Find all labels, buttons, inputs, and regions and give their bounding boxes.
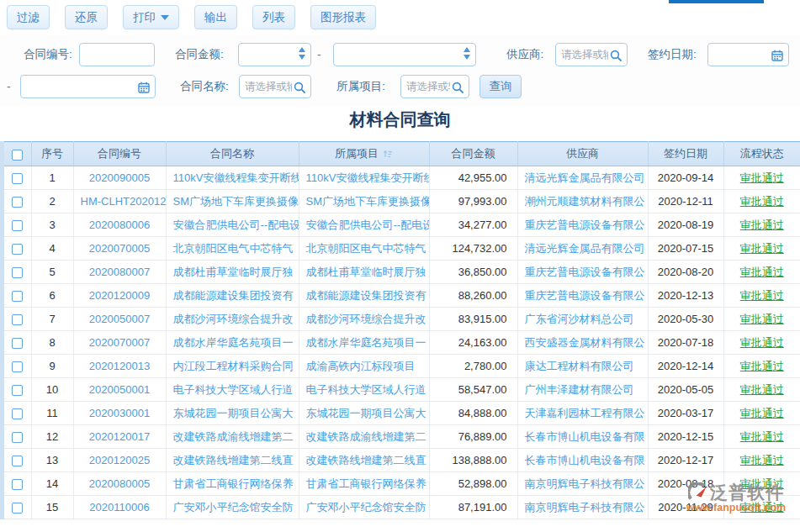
table-row[interactable]: 1 2020090005 110kV安徽线程集变开断线 110kV安徽线程集变开… xyxy=(4,166,800,190)
status-badge[interactable]: 审批通过 xyxy=(740,195,784,208)
table-row[interactable]: 6 2020120009 成都能源建设集团投资有 成都能源建设集团投资有 88,… xyxy=(4,284,800,308)
table-row[interactable]: 11 2020030001 东城花园一期项目公寓大 东城花园一期项目公寓大 84… xyxy=(4,402,800,425)
supplier-link[interactable]: 重庆艺普电源设备有限公 xyxy=(517,261,648,284)
status-badge[interactable]: 审批通过 xyxy=(740,383,784,396)
project-link[interactable]: 改建铁路成渝线增建第二 xyxy=(299,425,429,449)
supplier-link[interactable]: 长春市博山机电设备有限 xyxy=(517,425,648,449)
status-badge[interactable]: 审批通过 xyxy=(740,407,784,419)
table-row[interactable]: 4 2020070005 北京朝阳区电气中芯特气 北京朝阳区电气中芯特气 124… xyxy=(4,237,800,261)
contract-no-link[interactable]: 2020030001 xyxy=(73,402,166,425)
row-checkbox[interactable] xyxy=(12,267,23,278)
supplier-link[interactable]: 清远光辉金属品有限公司 xyxy=(517,166,648,190)
contract-name-link[interactable]: 改建铁路成渝线增建第二 xyxy=(166,425,299,449)
contract-no-link[interactable]: 2020080005 xyxy=(73,472,166,496)
calendar-icon[interactable] xyxy=(771,49,784,62)
table-row[interactable]: 5 2020080007 成都杜甫草堂临时展厅独 成都杜甫草堂临时展厅独 36,… xyxy=(4,261,800,284)
row-checkbox[interactable] xyxy=(12,338,23,349)
contract-name-link[interactable]: 内江段工程材料采购合同 xyxy=(166,355,299,378)
amount-min-stepper[interactable] xyxy=(299,47,305,60)
amount-max-stepper[interactable] xyxy=(464,47,470,60)
search-icon[interactable] xyxy=(609,49,623,62)
row-checkbox[interactable] xyxy=(12,479,23,490)
search-icon[interactable] xyxy=(451,81,464,94)
project-link[interactable]: 东城花园一期项目公寓大 xyxy=(299,402,429,425)
row-checkbox[interactable] xyxy=(12,503,23,514)
row-checkbox[interactable] xyxy=(12,385,23,396)
contract-no-link[interactable]: 2020080006 xyxy=(73,213,166,237)
table-row[interactable]: 8 2020070007 成都水岸华庭名苑项目一 成都水岸华庭名苑项目一 24,… xyxy=(4,331,800,355)
status-badge[interactable]: 审批通过 xyxy=(740,289,784,302)
header-contract-no[interactable]: 合同编号 xyxy=(73,142,166,166)
select-all-checkbox[interactable] xyxy=(12,150,23,161)
header-sign-date[interactable]: 签约日期 xyxy=(648,142,723,166)
supplier-link[interactable]: 清远光辉金属品有限公司 xyxy=(517,237,648,261)
header-project[interactable]: 所属项目 xyxy=(299,142,429,166)
contract-no-link[interactable]: 2020070005 xyxy=(73,237,166,261)
contract-no-input[interactable] xyxy=(80,44,154,66)
export-button[interactable]: 输出 xyxy=(194,5,237,29)
project-link[interactable]: 改建铁路线增建第二线直 xyxy=(299,449,429,472)
contract-name-link[interactable]: 广安邓小平纪念馆安全防 xyxy=(166,496,299,519)
contract-name-link[interactable]: 110kV安徽线程集变开断线 xyxy=(166,166,299,190)
row-checkbox[interactable] xyxy=(12,456,23,466)
supplier-link[interactable]: 南京明辉电子科技有限公 xyxy=(517,472,648,496)
project-link[interactable]: 甘肃省工商银行网络保养 xyxy=(299,472,429,496)
project-link[interactable]: 成都杜甫草堂临时展厅独 xyxy=(299,261,429,284)
supplier-link[interactable]: 重庆艺普电源设备有限公 xyxy=(517,284,648,308)
status-badge[interactable]: 审批通过 xyxy=(740,336,784,349)
contract-no-link[interactable]: 2020070007 xyxy=(73,331,166,355)
status-badge[interactable]: 审批通过 xyxy=(740,266,784,278)
contract-no-link[interactable]: 2020120013 xyxy=(73,355,166,378)
contract-name-link[interactable]: 电子科技大学区域人行道 xyxy=(166,378,299,402)
supplier-link[interactable]: 潮州元顺建筑材料有限公 xyxy=(517,190,648,213)
project-link[interactable]: 成都能源建设集团投资有 xyxy=(299,284,429,308)
table-row[interactable]: 2 HM-CLHT202012 SM广场地下车库更换摄像 SM广场地下车库更换摄… xyxy=(4,190,800,213)
supplier-link[interactable]: 康达工程材料有限公司 xyxy=(517,355,648,378)
project-link[interactable]: 广安邓小平纪念馆安全防 xyxy=(299,496,429,519)
contract-no-link[interactable]: 2020110006 xyxy=(73,496,166,519)
contract-no-link[interactable]: 2020120017 xyxy=(73,425,166,449)
contract-no-link[interactable]: 2020080007 xyxy=(73,261,166,284)
search-icon[interactable] xyxy=(293,81,306,94)
supplier-link[interactable]: 重庆艺普电源设备有限公 xyxy=(517,213,648,237)
row-checkbox[interactable] xyxy=(12,432,23,443)
contract-name-link[interactable]: 成都能源建设集团投资有 xyxy=(166,284,299,308)
status-badge[interactable]: 审批通过 xyxy=(740,430,784,443)
print-button[interactable]: 打印 xyxy=(123,5,179,29)
status-badge[interactable]: 审批通过 xyxy=(740,501,784,514)
project-link[interactable]: 成都沙河环境综合提升改 xyxy=(299,308,429,331)
contract-name-link[interactable]: 成都沙河环境综合提升改 xyxy=(166,308,299,331)
list-button[interactable]: 列表 xyxy=(252,5,295,29)
table-row[interactable]: 3 2020080006 安徽合肥供电公司--配电设 安徽合肥供电公司--配电设… xyxy=(4,213,800,237)
header-status[interactable]: 流程状态 xyxy=(723,142,800,166)
contract-name-link[interactable]: 安徽合肥供电公司--配电设 xyxy=(166,213,299,237)
contract-no-link[interactable]: 2020050001 xyxy=(73,378,166,402)
contract-name-link[interactable]: 北京朝阳区电气中芯特气 xyxy=(166,237,299,261)
contract-no-link[interactable]: HM-CLHT202012 xyxy=(73,190,166,213)
status-badge[interactable]: 审批通过 xyxy=(740,313,784,325)
table-row[interactable]: 14 2020080005 甘肃省工商银行网络保养 甘肃省工商银行网络保养 52… xyxy=(4,472,800,496)
row-checkbox[interactable] xyxy=(12,291,23,302)
table-row[interactable]: 13 2020120025 改建铁路线增建第二线直 改建铁路线增建第二线直 13… xyxy=(4,449,800,472)
project-link[interactable]: 成都水岸华庭名苑项目一 xyxy=(299,331,429,355)
header-seq[interactable]: 序号 xyxy=(31,142,73,166)
restore-button[interactable]: 还原 xyxy=(65,5,108,29)
status-badge[interactable]: 审批通过 xyxy=(740,360,784,372)
supplier-link[interactable]: 广东省河沙材料总公司 xyxy=(517,308,648,331)
table-row[interactable]: 9 2020120013 内江段工程材料采购合同 成渝高铁内江标段项目 2,78… xyxy=(4,355,800,378)
header-contract-name[interactable]: 合同名称 xyxy=(166,142,299,166)
contract-name-link[interactable]: 甘肃省工商银行网络保养 xyxy=(166,472,299,496)
row-checkbox[interactable] xyxy=(12,361,23,372)
contract-no-link[interactable]: 2020120009 xyxy=(73,284,166,308)
project-link[interactable]: SM广场地下车库更换摄像 xyxy=(299,190,429,213)
table-row[interactable]: 10 2020050001 电子科技大学区域人行道 电子科技大学区域人行道 58… xyxy=(4,378,800,402)
supplier-link[interactable]: 广州丰泽建材有限公司 xyxy=(517,378,648,402)
contract-name-link[interactable]: 成都水岸华庭名苑项目一 xyxy=(166,331,299,355)
filter-button[interactable]: 过滤 xyxy=(7,5,50,29)
chart-report-button[interactable]: 图形报表 xyxy=(310,5,376,29)
contract-name-link[interactable]: 东城花园一期项目公寓大 xyxy=(166,402,299,425)
status-badge[interactable]: 审批通过 xyxy=(740,219,784,231)
table-row[interactable]: 7 2020050007 成都沙河环境综合提升改 成都沙河环境综合提升改 83,… xyxy=(4,308,800,331)
contract-name-link[interactable]: 改建铁路线增建第二线直 xyxy=(166,449,299,472)
row-checkbox[interactable] xyxy=(12,244,23,255)
